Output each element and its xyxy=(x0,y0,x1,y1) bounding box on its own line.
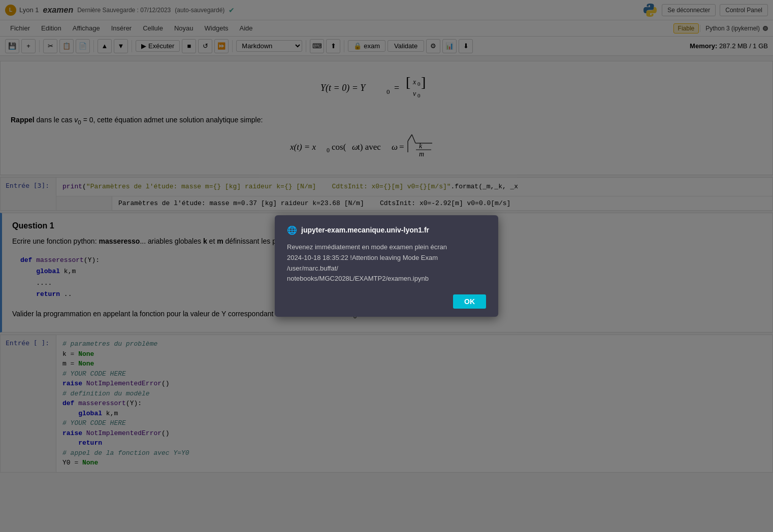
modal-footer: OK xyxy=(287,294,486,309)
modal-title-text: jupyter-exam.mecanique.univ-lyon1.fr xyxy=(301,226,429,234)
modal-title: 🌐 jupyter-exam.mecanique.univ-lyon1.fr xyxy=(287,225,486,235)
modal-line3: notebooks/MGC2028L/EXAMTP2/examen.ipynb xyxy=(287,274,486,284)
modal-body: Revenez immédiatement en mode examen ple… xyxy=(287,242,486,284)
modal-line2: 2024-10-18 18:35:22 !Attention leaving M… xyxy=(287,253,486,274)
modal-overlay[interactable]: 🌐 jupyter-exam.mecanique.univ-lyon1.fr R… xyxy=(0,0,773,532)
modal-ok-button[interactable]: OK xyxy=(453,294,486,309)
globe-icon: 🌐 xyxy=(287,225,297,235)
alert-modal: 🌐 jupyter-exam.mecanique.univ-lyon1.fr R… xyxy=(275,215,498,317)
modal-line1: Revenez immédiatement en mode examen ple… xyxy=(287,242,486,253)
